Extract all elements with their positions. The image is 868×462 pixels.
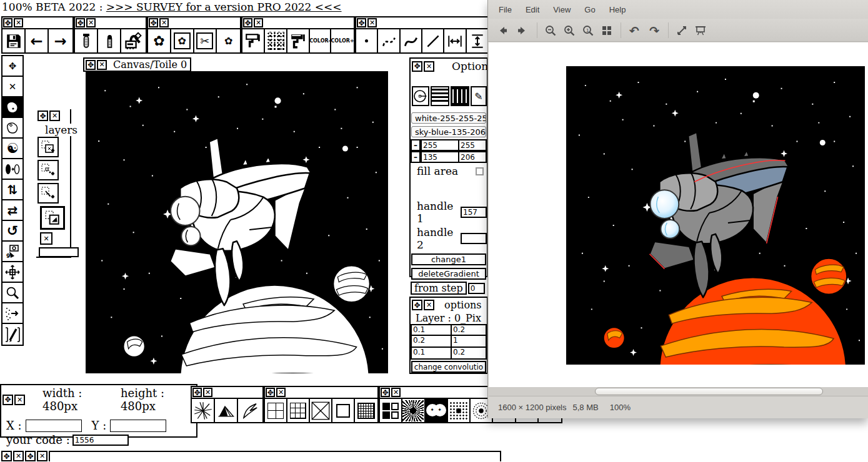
close-icon[interactable] (159, 18, 169, 27)
save-button[interactable] (2, 29, 26, 52)
dot-tool-button[interactable] (356, 29, 378, 52)
roller-tool-button[interactable] (242, 29, 265, 52)
shape-morph-tool-button[interactable] (2, 159, 22, 180)
scrollbar-thumb[interactable] (595, 388, 823, 395)
mountain-pattern-button[interactable] (215, 399, 238, 422)
menu-go[interactable]: Go (584, 5, 595, 14)
redo-arrow-button[interactable]: → (49, 29, 72, 52)
layer-item-3[interactable] (37, 183, 59, 204)
rotate-right-button[interactable]: ↷ (647, 23, 662, 38)
marker-tool-button[interactable] (98, 29, 121, 52)
roller-fill-tool-button[interactable] (287, 29, 310, 52)
move-handle-icon[interactable] (1, 451, 12, 461)
flower-frame-button[interactable]: ✿ (171, 29, 194, 52)
line-tool-button[interactable] (422, 29, 444, 52)
dashed-curve-tool-button[interactable] (378, 29, 400, 52)
move-handle-icon[interactable] (76, 18, 85, 27)
small-flower-button[interactable]: ✿ (217, 29, 240, 52)
move-handle-icon[interactable] (3, 18, 12, 27)
change1-button[interactable]: change1 (411, 253, 486, 265)
flip-vertical-tool-button[interactable]: ⇅ (2, 180, 22, 200)
gradient-color1-select[interactable]: white-255-255-255 (411, 112, 486, 124)
move-canvas-tool-button[interactable] (2, 262, 22, 283)
zoom-normal-button[interactable]: 1 (581, 23, 596, 38)
horizontal-measure-tool-button[interactable] (444, 29, 466, 52)
layer-item-1[interactable] (37, 137, 59, 157)
zoom-tool-button[interactable] (2, 283, 22, 303)
layer-item-2[interactable] (37, 160, 59, 180)
color-plus-button[interactable]: COLOR+ (331, 29, 354, 52)
linear-gradient-v-button[interactable] (451, 86, 469, 106)
close-icon[interactable] (203, 388, 212, 397)
slideshow-button[interactable] (693, 23, 708, 38)
curve-tool-button[interactable] (401, 29, 422, 52)
venn-pattern-button[interactable]: ✦✦ (426, 399, 448, 422)
delete-layer-icon[interactable] (40, 232, 52, 245)
empty-box-button[interactable] (332, 399, 355, 422)
sunburst-pattern-button[interactable] (402, 399, 425, 422)
close-icon[interactable] (86, 18, 96, 27)
close-icon[interactable] (14, 395, 25, 405)
grid-3x3-button[interactable] (287, 399, 310, 422)
matrix-cell[interactable]: 0.2 (452, 348, 487, 360)
close-icon[interactable] (97, 60, 107, 70)
minus-row1-button[interactable]: – (411, 139, 421, 151)
cut-frame-button[interactable]: ✂ (194, 29, 217, 52)
move-handle-icon[interactable] (243, 18, 252, 27)
cross-box-button[interactable] (310, 399, 332, 422)
layer-item-selected[interactable] (40, 206, 65, 230)
handle1-input[interactable] (461, 207, 487, 218)
close-icon[interactable] (13, 451, 24, 461)
zoom-in-button[interactable] (562, 23, 577, 38)
move-handle-icon[interactable] (2, 395, 13, 405)
move-handle-icon[interactable] (192, 388, 202, 397)
matrix-cell[interactable]: 0.1 (411, 348, 452, 360)
gradient-pencil-button[interactable]: ✎ (471, 86, 487, 106)
matrix-cell[interactable]: 0.2 (411, 336, 452, 348)
your-code-input[interactable] (72, 435, 129, 446)
move-handle-icon[interactable] (266, 388, 275, 397)
scanner-tool-button[interactable] (121, 29, 144, 52)
survey-link[interactable]: >>> SURVEY for a version PRO 2022 <<< (106, 1, 342, 13)
move-handle-icon[interactable] (86, 60, 96, 70)
move-handle-icon[interactable] (37, 111, 48, 121)
move-handle-icon[interactable] (381, 388, 390, 397)
move-handle-icon[interactable] (357, 18, 366, 27)
yinyang-tool-button[interactable]: ☯ (2, 139, 22, 159)
starburst-pattern-button[interactable] (192, 399, 215, 422)
zoom-out-button[interactable] (543, 23, 558, 38)
move-handle-icon[interactable] (149, 18, 158, 27)
brush-size-tool-button[interactable] (2, 324, 22, 345)
menu-view[interactable]: View (553, 5, 571, 14)
vertical-measure-tool-button[interactable] (467, 29, 489, 52)
rotate-left-button[interactable]: ↶ (627, 23, 642, 38)
ribbon-pattern-button[interactable] (238, 399, 261, 422)
handle2-input[interactable] (461, 233, 487, 244)
linear-gradient-h-button[interactable] (431, 86, 449, 106)
gradient-g2-input[interactable] (459, 151, 487, 163)
gradient-r2-input[interactable] (421, 151, 459, 163)
move-handle-icon[interactable] (412, 300, 422, 310)
from-step-input[interactable] (468, 283, 485, 294)
gradient-color2-select[interactable]: sky-blue-135-206-2 (411, 126, 486, 137)
change-convolution-button[interactable]: change convolutio (411, 361, 486, 373)
spray-tool-button[interactable] (2, 303, 22, 324)
matrix-cell[interactable]: 0.2 (452, 324, 487, 336)
move-handle-icon[interactable] (25, 451, 36, 461)
undo-arrow-button[interactable]: ← (26, 29, 49, 52)
flip-horizontal-tool-button[interactable]: ⇄ (2, 200, 22, 221)
move-handle-icon[interactable] (412, 61, 422, 72)
next-image-button[interactable] (514, 23, 529, 38)
capture-stamp-tool-button[interactable]: 9 (2, 242, 22, 262)
fine-grid-button[interactable] (355, 399, 377, 422)
delete-gradient-button[interactable]: deleteGradient (411, 268, 486, 280)
y-coord-input[interactable] (110, 420, 166, 432)
close-icon[interactable] (14, 18, 23, 27)
menu-help[interactable]: Help (609, 5, 626, 14)
blob-filled-tool-button[interactable] (2, 97, 22, 118)
layer-name-input[interactable] (39, 247, 79, 257)
close-icon[interactable] (37, 451, 47, 461)
gradient-r1-input[interactable] (421, 139, 459, 151)
menu-edit[interactable]: Edit (526, 5, 539, 14)
close-icon[interactable]: ✕ (2, 77, 22, 97)
